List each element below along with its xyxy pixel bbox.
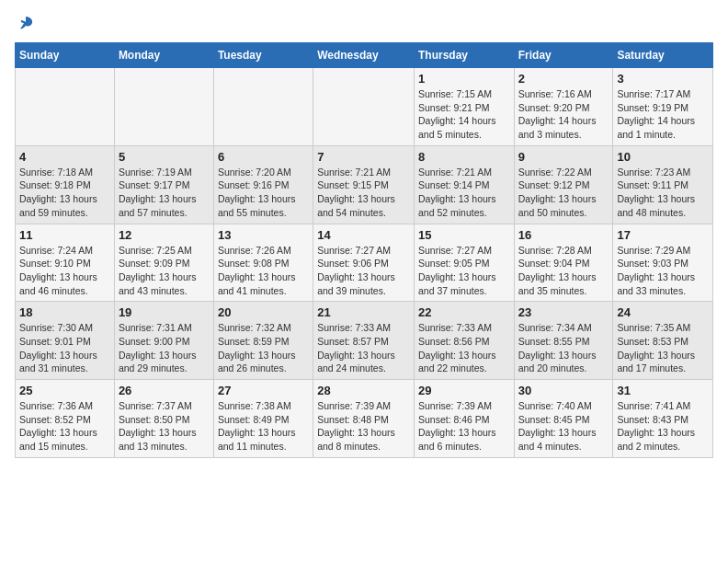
day-number: 31	[617, 384, 709, 397]
day-info: Sunrise: 7:25 AM Sunset: 9:09 PM Dayligh…	[119, 244, 210, 298]
weekday-header-row: SundayMondayTuesdayWednesdayThursdayFrid…	[16, 43, 713, 68]
calendar-cell: 28Sunrise: 7:39 AM Sunset: 8:48 PM Dayli…	[313, 380, 415, 458]
weekday-header-monday: Monday	[114, 43, 213, 68]
day-number: 22	[418, 305, 510, 319]
day-number: 19	[119, 305, 210, 319]
calendar-cell: 31Sunrise: 7:41 AM Sunset: 8:43 PM Dayli…	[613, 380, 713, 458]
day-info: Sunrise: 7:24 AM Sunset: 9:10 PM Dayligh…	[19, 244, 110, 298]
calendar-week-row: 4Sunrise: 7:18 AM Sunset: 9:18 PM Daylig…	[16, 145, 713, 224]
day-info: Sunrise: 7:31 AM Sunset: 9:00 PM Dayligh…	[119, 321, 210, 375]
calendar-cell: 29Sunrise: 7:39 AM Sunset: 8:46 PM Dayli…	[414, 380, 514, 458]
day-number: 18	[19, 305, 110, 319]
calendar-cell: 9Sunrise: 7:22 AM Sunset: 9:12 PM Daylig…	[514, 145, 613, 224]
calendar-cell: 4Sunrise: 7:18 AM Sunset: 9:18 PM Daylig…	[16, 145, 115, 224]
calendar-cell: 27Sunrise: 7:38 AM Sunset: 8:49 PM Dayli…	[213, 380, 313, 458]
calendar-cell: 1Sunrise: 7:15 AM Sunset: 9:21 PM Daylig…	[414, 68, 514, 146]
calendar-cell: 22Sunrise: 7:33 AM Sunset: 8:56 PM Dayli…	[414, 302, 514, 380]
calendar-cell: 30Sunrise: 7:40 AM Sunset: 8:45 PM Dayli…	[514, 380, 613, 458]
calendar-body: 1Sunrise: 7:15 AM Sunset: 9:21 PM Daylig…	[16, 68, 713, 458]
day-info: Sunrise: 7:40 AM Sunset: 8:45 PM Dayligh…	[518, 399, 609, 454]
calendar-cell: 12Sunrise: 7:25 AM Sunset: 9:09 PM Dayli…	[114, 224, 213, 302]
calendar-cell	[313, 68, 415, 146]
day-info: Sunrise: 7:22 AM Sunset: 9:12 PM Dayligh…	[518, 166, 609, 220]
calendar-cell: 20Sunrise: 7:32 AM Sunset: 8:59 PM Dayli…	[213, 302, 313, 380]
day-number: 13	[218, 228, 309, 242]
day-info: Sunrise: 7:36 AM Sunset: 8:52 PM Dayligh…	[19, 399, 110, 454]
day-info: Sunrise: 7:27 AM Sunset: 9:06 PM Dayligh…	[317, 244, 410, 298]
calendar-cell: 7Sunrise: 7:21 AM Sunset: 9:15 PM Daylig…	[313, 145, 415, 224]
day-number: 25	[19, 384, 110, 397]
logo-bird-icon	[17, 15, 35, 33]
weekday-header-sunday: Sunday	[16, 43, 115, 68]
calendar-cell: 2Sunrise: 7:16 AM Sunset: 9:20 PM Daylig…	[514, 68, 613, 146]
calendar-cell: 13Sunrise: 7:26 AM Sunset: 9:08 PM Dayli…	[213, 224, 313, 302]
day-info: Sunrise: 7:33 AM Sunset: 8:57 PM Dayligh…	[317, 321, 410, 375]
calendar-cell: 26Sunrise: 7:37 AM Sunset: 8:50 PM Dayli…	[114, 380, 213, 458]
calendar-cell: 6Sunrise: 7:20 AM Sunset: 9:16 PM Daylig…	[213, 145, 313, 224]
calendar-cell: 18Sunrise: 7:30 AM Sunset: 9:01 PM Dayli…	[16, 302, 115, 380]
day-number: 1	[418, 72, 510, 86]
calendar-cell: 19Sunrise: 7:31 AM Sunset: 9:00 PM Dayli…	[114, 302, 213, 380]
day-info: Sunrise: 7:18 AM Sunset: 9:18 PM Dayligh…	[19, 166, 110, 220]
calendar-cell	[114, 68, 213, 146]
calendar-cell: 17Sunrise: 7:29 AM Sunset: 9:03 PM Dayli…	[613, 224, 713, 302]
weekday-header-tuesday: Tuesday	[213, 43, 313, 68]
day-number: 14	[317, 228, 410, 242]
day-info: Sunrise: 7:15 AM Sunset: 9:21 PM Dayligh…	[418, 87, 510, 142]
day-number: 30	[518, 384, 609, 397]
day-info: Sunrise: 7:38 AM Sunset: 8:49 PM Dayligh…	[218, 399, 309, 454]
calendar-cell: 11Sunrise: 7:24 AM Sunset: 9:10 PM Dayli…	[16, 224, 115, 302]
calendar-cell: 5Sunrise: 7:19 AM Sunset: 9:17 PM Daylig…	[114, 145, 213, 224]
calendar-cell: 10Sunrise: 7:23 AM Sunset: 9:11 PM Dayli…	[613, 145, 713, 224]
day-number: 12	[119, 228, 210, 242]
day-info: Sunrise: 7:29 AM Sunset: 9:03 PM Dayligh…	[617, 244, 709, 298]
calendar-cell: 8Sunrise: 7:21 AM Sunset: 9:14 PM Daylig…	[414, 145, 514, 224]
day-info: Sunrise: 7:30 AM Sunset: 9:01 PM Dayligh…	[19, 321, 110, 375]
day-info: Sunrise: 7:32 AM Sunset: 8:59 PM Dayligh…	[218, 321, 309, 375]
calendar-week-row: 25Sunrise: 7:36 AM Sunset: 8:52 PM Dayli…	[16, 380, 713, 458]
page-header	[15, 15, 713, 33]
day-number: 24	[617, 305, 709, 319]
day-info: Sunrise: 7:39 AM Sunset: 8:46 PM Dayligh…	[418, 399, 510, 454]
day-number: 10	[617, 150, 709, 164]
day-number: 9	[518, 150, 609, 164]
day-info: Sunrise: 7:16 AM Sunset: 9:20 PM Dayligh…	[518, 87, 609, 142]
calendar-table: SundayMondayTuesdayWednesdayThursdayFrid…	[15, 42, 713, 458]
day-number: 4	[19, 150, 110, 164]
calendar-week-row: 11Sunrise: 7:24 AM Sunset: 9:10 PM Dayli…	[16, 224, 713, 302]
weekday-header-saturday: Saturday	[613, 43, 713, 68]
calendar-week-row: 1Sunrise: 7:15 AM Sunset: 9:21 PM Daylig…	[16, 68, 713, 146]
day-number: 16	[518, 228, 609, 242]
weekday-header-friday: Friday	[514, 43, 613, 68]
day-number: 20	[218, 305, 309, 319]
day-number: 21	[317, 305, 410, 319]
day-number: 17	[617, 228, 709, 242]
calendar-cell: 3Sunrise: 7:17 AM Sunset: 9:19 PM Daylig…	[613, 68, 713, 146]
calendar-cell: 21Sunrise: 7:33 AM Sunset: 8:57 PM Dayli…	[313, 302, 415, 380]
day-number: 15	[418, 228, 510, 242]
day-info: Sunrise: 7:27 AM Sunset: 9:05 PM Dayligh…	[418, 244, 510, 298]
day-info: Sunrise: 7:35 AM Sunset: 8:53 PM Dayligh…	[617, 321, 709, 375]
calendar-cell: 23Sunrise: 7:34 AM Sunset: 8:55 PM Dayli…	[514, 302, 613, 380]
day-info: Sunrise: 7:19 AM Sunset: 9:17 PM Dayligh…	[119, 166, 210, 220]
day-info: Sunrise: 7:33 AM Sunset: 8:56 PM Dayligh…	[418, 321, 510, 375]
calendar-week-row: 18Sunrise: 7:30 AM Sunset: 9:01 PM Dayli…	[16, 302, 713, 380]
day-info: Sunrise: 7:20 AM Sunset: 9:16 PM Dayligh…	[218, 166, 309, 220]
weekday-header-wednesday: Wednesday	[313, 43, 415, 68]
day-number: 2	[518, 72, 609, 86]
day-info: Sunrise: 7:39 AM Sunset: 8:48 PM Dayligh…	[317, 399, 410, 454]
logo	[15, 15, 35, 33]
day-number: 5	[119, 150, 210, 164]
day-info: Sunrise: 7:37 AM Sunset: 8:50 PM Dayligh…	[119, 399, 210, 454]
day-info: Sunrise: 7:41 AM Sunset: 8:43 PM Dayligh…	[617, 399, 709, 454]
calendar-cell: 24Sunrise: 7:35 AM Sunset: 8:53 PM Dayli…	[613, 302, 713, 380]
calendar-cell	[16, 68, 115, 146]
day-number: 3	[617, 72, 709, 86]
calendar-cell: 15Sunrise: 7:27 AM Sunset: 9:05 PM Dayli…	[414, 224, 514, 302]
day-number: 28	[317, 384, 410, 397]
day-number: 23	[518, 305, 609, 319]
day-number: 27	[218, 384, 309, 397]
day-info: Sunrise: 7:23 AM Sunset: 9:11 PM Dayligh…	[617, 166, 709, 220]
day-number: 26	[119, 384, 210, 397]
day-number: 7	[317, 150, 410, 164]
